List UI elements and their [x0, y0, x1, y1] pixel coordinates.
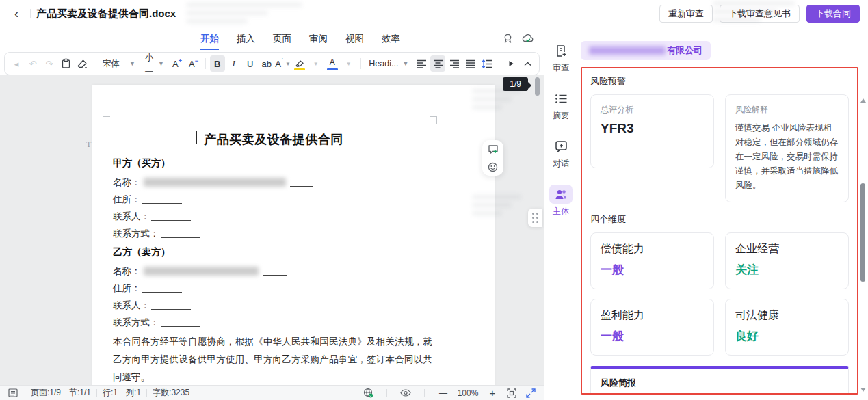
format-eraser-icon[interactable] — [75, 55, 90, 72]
paragraph-style-select[interactable]: Headi...▼ — [365, 55, 412, 72]
read-mode-icon[interactable] — [399, 387, 412, 399]
add-comment-icon[interactable] — [487, 143, 499, 155]
review-doc-icon — [549, 41, 573, 60]
line-spacing-icon[interactable] — [479, 55, 495, 72]
tab-efficiency[interactable]: 效率 — [382, 29, 400, 50]
tab-review[interactable]: 审阅 — [309, 29, 328, 50]
cloud-saved-icon[interactable] — [522, 32, 534, 44]
risk-warning-title: 风险预警 — [590, 75, 849, 88]
margin-mark — [103, 116, 110, 124]
collapse-toolbar-icon[interactable] — [520, 55, 535, 72]
scroll-up-icon[interactable] — [860, 98, 866, 103]
document-scrollbar[interactable] — [535, 77, 540, 96]
tab-home[interactable]: 开始 — [200, 29, 219, 50]
field-name-a: 名称： — [113, 174, 434, 191]
summary-list-icon — [549, 89, 573, 108]
align-justify-icon[interactable] — [463, 55, 478, 72]
paste-icon[interactable] — [58, 55, 73, 72]
collapse-left-icon[interactable]: ◂ — [9, 55, 24, 72]
sidebar-item-subject[interactable]: 主体 — [549, 185, 573, 217]
sidebar-item-review[interactable]: 审查 — [549, 41, 573, 74]
text-effect-button[interactable]: Aˊ▼ — [276, 55, 291, 72]
zoom-level[interactable]: 100% — [456, 388, 479, 398]
status-section: 节:1/1 — [69, 387, 91, 399]
dimension-value: 关注 — [735, 262, 839, 278]
contract-preamble: 本合同各方经平等自愿协商，根据《中华人民共和国民法典》及相关法规，就乙方向甲方提… — [113, 333, 432, 385]
page-layout-icon[interactable] — [7, 387, 19, 399]
emoji-icon[interactable] — [487, 161, 499, 173]
back-button[interactable]: ‹ — [8, 5, 25, 22]
document-page[interactable]: T 产品买卖及设备提供合同 甲方（买方） 名称： 住所： 联系人： 联系方式： … — [92, 85, 495, 385]
party-b-heading: 乙方（卖方） — [113, 246, 434, 258]
field-contact-b: 联系人： — [113, 297, 434, 314]
align-right-icon[interactable] — [447, 55, 462, 72]
download-opinion-button[interactable]: 下载审查意见书 — [720, 5, 800, 23]
risk-explanation-text: 谨慎交易 企业风险表现相对稳定，但在部分领域仍存在一定风险，交易时需保持谨慎，并… — [735, 121, 839, 193]
redacted-text — [144, 178, 286, 187]
dimension-value: 一般 — [601, 262, 704, 278]
re-review-button[interactable]: 重新审查 — [659, 5, 713, 23]
margin-mark — [430, 116, 437, 124]
dimension-card-operation: 企业经营 关注 — [725, 232, 849, 289]
highlight-color-button[interactable] — [292, 55, 307, 72]
panel-drag-handle[interactable] — [528, 209, 542, 227]
scrollbar-thumb[interactable] — [860, 183, 865, 282]
increase-font-icon[interactable]: A+ — [170, 55, 185, 72]
language-check-icon[interactable] — [362, 387, 374, 399]
align-center-icon[interactable] — [430, 55, 445, 72]
underline-button[interactable]: U — [243, 55, 258, 72]
overall-analysis-card: 总评分析 YFR3 — [590, 94, 714, 168]
status-bar: 页面:1/9 节:1/1 行:1 列:1 字数:3235 — [0, 385, 544, 400]
panel-scrollbar[interactable] — [860, 68, 867, 395]
font-family-select[interactable]: 宋体▼ — [98, 55, 140, 72]
strikethrough-button[interactable]: ab — [259, 55, 274, 72]
formatting-toolbar: ◂ ↶ ↷ 宋体▼ 小二▼ A+ A− B I U ab Aˊ▼ — [4, 52, 540, 75]
status-page[interactable]: 页面:1/9 — [31, 387, 61, 399]
dimension-card-profitability: 盈利能力 一般 — [590, 299, 714, 356]
highlight-dropdown-icon[interactable]: ▼ — [308, 55, 324, 72]
expand-more-icon[interactable] — [503, 55, 518, 72]
fit-page-icon[interactable] — [505, 387, 518, 399]
redacted-text — [144, 267, 259, 276]
field-contact-a: 联系人： — [113, 208, 434, 225]
undo-icon[interactable]: ↶ — [25, 55, 40, 72]
contract-title: 产品买卖及设备提供合同 — [113, 131, 434, 148]
text-caret — [196, 131, 197, 144]
sidebar-item-chat[interactable]: 对话 — [549, 137, 573, 170]
review-panel: 审查 摘要 对话 主体 — [544, 27, 868, 400]
bold-button[interactable]: B — [210, 55, 225, 72]
font-size-select[interactable]: 小二▼ — [141, 55, 168, 72]
scroll-down-icon[interactable] — [860, 388, 866, 392]
watermark — [186, 3, 316, 23]
field-phone-a: 联系方式： — [113, 225, 434, 242]
font-color-dropdown-icon[interactable]: ▼ — [341, 55, 356, 72]
align-left-icon[interactable] — [414, 55, 429, 72]
redo-icon[interactable]: ↷ — [42, 55, 57, 72]
divider — [30, 9, 31, 18]
italic-button[interactable]: I — [226, 55, 241, 72]
tab-insert[interactable]: 插入 — [237, 29, 255, 50]
chat-bubble-icon — [549, 137, 573, 156]
sidebar-item-summary[interactable]: 摘要 — [549, 89, 573, 122]
tab-view[interactable]: 视图 — [345, 29, 364, 50]
risk-warning-highlight-box: 风险预警 总评分析 YFR3 风险解释 谨慎交易 企业风险表现相对稳定，但在部分… — [581, 67, 858, 395]
company-pill[interactable]: 有限公司 — [581, 41, 711, 60]
status-word-count[interactable]: 字数:3235 — [153, 387, 189, 399]
font-color-button[interactable]: A — [325, 55, 340, 72]
award-icon[interactable] — [501, 32, 514, 44]
zoom-out-button[interactable]: — — [437, 387, 449, 399]
download-contract-button[interactable]: 下载合同 — [806, 5, 860, 23]
title-bar: ‹ 产品买卖及设备提供合同.docx 重新审查 下载审查意见书 下载合同 — [0, 0, 868, 27]
dimension-card-judicial: 司法健康 良好 — [725, 299, 849, 356]
zoom-in-button[interactable]: + — [486, 387, 499, 399]
decrease-font-icon[interactable]: A− — [186, 55, 201, 72]
dimension-value: 良好 — [735, 328, 839, 344]
fullscreen-icon[interactable] — [525, 387, 537, 399]
field-name-b: 名称： — [113, 263, 434, 280]
cursor-marker: T — [86, 139, 91, 150]
annotation-toolbar — [482, 140, 503, 176]
ribbon-tabs: 开始 插入 页面 审阅 视图 效率 — [0, 27, 544, 51]
document-canvas[interactable]: T 产品买卖及设备提供合同 甲方（买方） 名称： 住所： 联系人： 联系方式： … — [0, 75, 544, 385]
tab-page[interactable]: 页面 — [273, 29, 291, 50]
overall-rating-value: YFR3 — [601, 121, 704, 136]
